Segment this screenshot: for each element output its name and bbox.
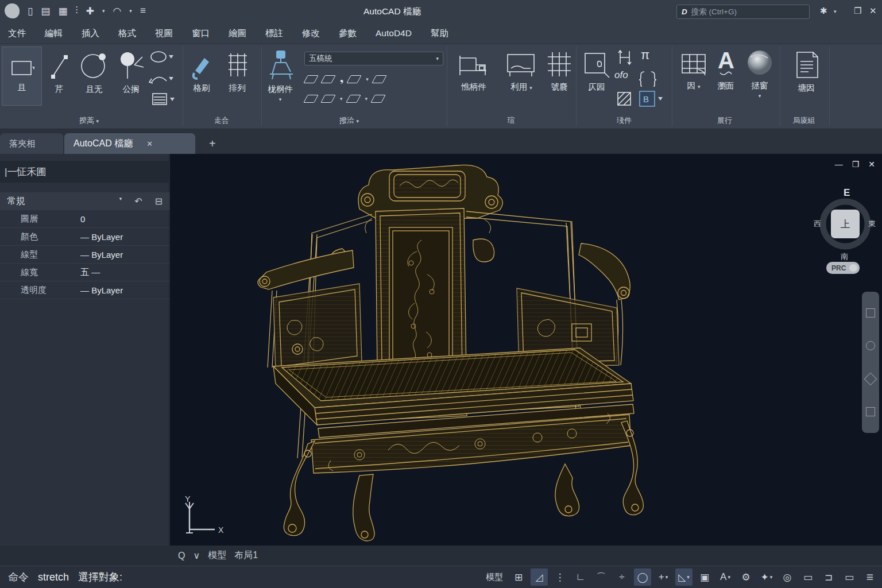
restore-button[interactable]: ❐ [854, 6, 861, 16]
titlebar-caret-icon[interactable]: ▾ [834, 9, 837, 14]
nav-zoom-icon[interactable] [866, 341, 875, 350]
menu-help[interactable]: 幫助 [431, 28, 448, 40]
layer-tool-icon[interactable] [346, 95, 361, 103]
block-create-button[interactable]: 憔柄件 [457, 50, 491, 92]
nav-pan-icon[interactable] [866, 308, 875, 318]
customize-menu-button[interactable]: ≡ [861, 568, 879, 586]
polar-toggle[interactable]: ⌒ [593, 568, 610, 586]
layers-panel-label[interactable]: 撥洽 ▾ [339, 115, 359, 126]
prop-value[interactable]: — ByLayer [80, 232, 123, 242]
grid-toggle[interactable]: ⊞ [510, 568, 527, 586]
layer-tool-icon[interactable] [347, 75, 362, 83]
menu-file[interactable]: 文件 [8, 28, 26, 40]
tab-start[interactable]: 落夾相 [0, 133, 63, 154]
layer-tool-icon[interactable] [320, 95, 335, 103]
isolate-button[interactable]: ▭ [799, 568, 817, 586]
menu-insert[interactable]: 插入 [82, 28, 99, 40]
qat-plot-icon[interactable]: ⫶ [75, 5, 78, 17]
viewcube[interactable]: E 上 西 東 南 [818, 187, 873, 262]
block-insert-button[interactable]: 利用 ▾ [504, 50, 539, 92]
model-tab[interactable]: 模型 [208, 550, 226, 562]
fullscreen-button[interactable]: ▭ [841, 568, 858, 586]
layer-tool-icon[interactable] [370, 95, 385, 103]
tab-drawing[interactable]: AutoCAD 檔廳 ✕ [64, 133, 195, 154]
matchprop-button[interactable]: 格刷 [189, 51, 214, 94]
report-button[interactable]: 塘因 [791, 49, 821, 94]
ortho-toggle[interactable]: ∟ [572, 568, 589, 586]
linetype-button[interactable]: ofo [614, 69, 628, 81]
circle-tool-button[interactable]: 且无 [78, 50, 110, 95]
property-row-layer[interactable]: 圖層 0 [0, 210, 169, 228]
quickprops-toggle[interactable]: ◎ [779, 568, 796, 586]
property-row-transparency[interactable]: 透明度 — ByLayer [0, 281, 169, 299]
qat-saveas-icon[interactable]: ▦ [58, 5, 67, 17]
view-panel-label[interactable]: 展行 [717, 115, 732, 126]
list-icon[interactable] [639, 69, 657, 87]
transparency-icon[interactable] [616, 90, 634, 107]
menu-parametric[interactable]: 參數 [339, 28, 357, 40]
qat-new-icon[interactable]: ▯ [28, 5, 33, 17]
annotation-toggle[interactable]: A▾ [717, 568, 734, 586]
vp-close-button[interactable]: ✕ [868, 160, 875, 169]
drawing-viewport[interactable]: — ❐ ✕ E 上 西 東 南 PRC [170, 154, 882, 546]
osnap3d-toggle[interactable]: ◺▾ [675, 568, 693, 586]
property-row-color[interactable]: 顏色 — ByLayer [0, 228, 169, 246]
navigation-bar[interactable] [862, 292, 879, 433]
layer-props-button[interactable]: 栊㭎件 ▾ [265, 49, 295, 102]
prop-value[interactable]: — ByLayer [80, 285, 123, 295]
qat-caret-icon[interactable]: ▾ [102, 8, 105, 14]
polyline-tool-button[interactable]: 公搁 [115, 50, 147, 95]
qat-undo-icon[interactable]: ◠ [113, 5, 122, 17]
groups-panel-label[interactable]: 局庱組 [793, 115, 815, 126]
layout-chevron-icon[interactable]: ∨ [193, 550, 200, 561]
viewport-controls[interactable]: |一怔禾圃 [0, 161, 169, 183]
menu-modify[interactable]: 修改 [302, 28, 320, 40]
properties-panel-label[interactable]: 琖件 [617, 115, 632, 126]
measure-icon[interactable] [616, 49, 635, 66]
render-button[interactable]: 拯窗 ▾ [745, 49, 775, 99]
layout-tab[interactable]: 布局1 [234, 550, 258, 562]
viewcube-south-label[interactable]: 南 [841, 252, 848, 262]
property-row-lineweight[interactable]: 線寬 五 — [0, 264, 169, 281]
layer-tool-icon[interactable] [320, 75, 335, 83]
osnap-toggle[interactable]: ◯ [634, 568, 651, 586]
pi-button[interactable]: π [641, 48, 649, 63]
arc-tool-button[interactable] [148, 71, 175, 87]
menu-draw[interactable]: 繪圖 [229, 28, 246, 40]
section-button[interactable]: 仄园 [582, 50, 612, 92]
nav-orbit-icon[interactable] [864, 372, 877, 385]
qat-save-icon[interactable]: ▤ [41, 5, 50, 17]
clipboard-panel-label[interactable]: 走合 [214, 115, 229, 126]
menu-dimension[interactable]: 標註 [265, 28, 283, 40]
vp-minimize-button[interactable]: — [835, 160, 843, 169]
isodraft-toggle[interactable]: ÷ [613, 568, 630, 586]
annoscale-button[interactable]: ✦▾ [758, 568, 775, 586]
text-button[interactable]: A 瀏面 [712, 48, 740, 91]
signin-star-icon[interactable]: ✱ [820, 6, 827, 16]
menu-edit[interactable]: 編輯 [45, 28, 63, 40]
prop-value[interactable]: — ByLayer [80, 250, 123, 260]
model-space-button[interactable]: 模型 [486, 572, 503, 583]
lock-toggle[interactable]: ▣ [696, 568, 713, 586]
qat-grid-icon[interactable]: ✚ [86, 5, 94, 17]
qat-caret2-icon[interactable]: ▾ [129, 8, 132, 14]
ellipse-tool-button[interactable] [148, 49, 175, 65]
command-prompt[interactable]: 選擇對象: [78, 570, 122, 584]
wcs-button[interactable]: PRC [826, 262, 860, 274]
vp-restore-button[interactable]: ❐ [852, 160, 860, 169]
viewcube-west-label[interactable]: 西 [814, 219, 821, 229]
line-tool-button[interactable]: 芹 [48, 50, 70, 95]
snap-toggle[interactable]: ◿ [531, 568, 548, 586]
menu-format[interactable]: 格式 [118, 28, 136, 40]
block-panel-label[interactable]: 瑄 [508, 115, 515, 126]
layout-zoom-icon[interactable]: Q [178, 551, 185, 561]
pin-icon[interactable]: ⊟ [155, 196, 163, 207]
array-button[interactable]: 排列 [224, 51, 250, 94]
layer-tool-icon[interactable] [372, 75, 386, 83]
undo-icon[interactable]: ↶ [134, 196, 142, 207]
prop-value[interactable]: 0 [80, 214, 85, 224]
prop-value[interactable]: 五 — [80, 267, 100, 278]
property-row-linetype[interactable]: 線型 — ByLayer [0, 246, 169, 264]
layer-tool-icon[interactable] [303, 75, 318, 83]
clean-screen-button[interactable]: ⊐ [820, 568, 837, 586]
